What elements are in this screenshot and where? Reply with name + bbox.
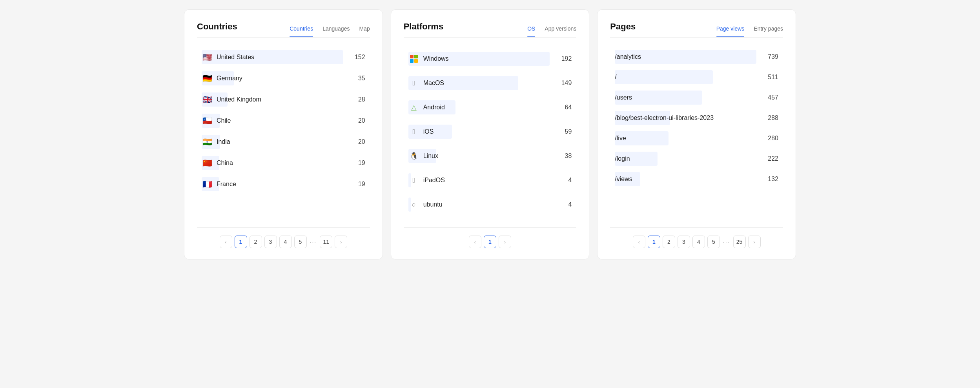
- page-value: 511: [763, 74, 778, 81]
- platforms-pagination: ‹ 1 ›: [404, 227, 577, 248]
- apple-icon: : [412, 128, 415, 136]
- next-page-button[interactable]: ›: [335, 236, 347, 248]
- platform-icon: : [408, 175, 419, 186]
- bar-container: 🇺🇸 United States: [202, 51, 343, 63]
- pages-next-page-button[interactable]: ›: [748, 236, 761, 248]
- country-value: 35: [350, 75, 365, 82]
- countries-tabs: Countries Languages Map: [290, 21, 370, 33]
- platform-name: Windows: [423, 55, 449, 62]
- tab-countries[interactable]: Countries: [290, 25, 313, 37]
- platforms-title: Platforms: [404, 22, 443, 32]
- page-2-button[interactable]: 2: [250, 236, 262, 248]
- platforms-prev-page-button[interactable]: ‹: [469, 236, 481, 248]
- apple-icon: : [412, 79, 415, 87]
- country-value: 19: [350, 160, 365, 167]
- row-label:  iPadOS: [408, 172, 445, 188]
- list-item: ○ ubuntu 4: [404, 193, 577, 216]
- country-value: 20: [350, 117, 365, 124]
- bar-container:  MacOS: [408, 75, 550, 91]
- list-item: 🇮🇳 India 20: [197, 132, 370, 152]
- bar-container: 🇨🇱 Chile: [202, 114, 343, 127]
- prev-page-button[interactable]: ‹: [220, 236, 232, 248]
- pages-page-4-button[interactable]: 4: [692, 236, 705, 248]
- list-item: /login 222: [610, 149, 783, 169]
- bar-container: /blog/best-electron-ui-libraries-2023: [615, 112, 756, 124]
- country-value: 28: [350, 96, 365, 103]
- country-name: United Kingdom: [217, 96, 261, 103]
- tab-languages[interactable]: Languages: [322, 25, 350, 37]
- country-flag: 🇺🇸: [202, 53, 213, 61]
- page-value: 288: [763, 114, 778, 121]
- list-item: 🐧 Linux 38: [404, 144, 577, 168]
- page-path: /views: [615, 176, 632, 183]
- tab-os[interactable]: OS: [527, 25, 535, 37]
- list-item:  MacOS 149: [404, 71, 577, 95]
- tab-map[interactable]: Map: [359, 25, 370, 37]
- bar-container: /live: [615, 132, 756, 144]
- platform-value: 4: [556, 177, 572, 184]
- tab-app-versions[interactable]: App versions: [545, 25, 576, 37]
- platform-value: 59: [556, 128, 572, 135]
- country-value: 20: [350, 138, 365, 145]
- row-label: 🇮🇳 India: [202, 136, 230, 148]
- page-value: 739: [763, 53, 778, 60]
- platform-icon: [408, 53, 419, 64]
- ubuntu-icon: ○: [412, 201, 416, 209]
- bar-container: /login: [615, 153, 756, 165]
- page-path: /blog/best-electron-ui-libraries-2023: [615, 114, 714, 121]
- main-panels: Countries Countries Languages Map 🇺🇸 Uni…: [184, 9, 796, 259]
- pages-page-3-button[interactable]: 3: [678, 236, 690, 248]
- row-label: /blog/best-electron-ui-libraries-2023: [615, 112, 714, 124]
- pages-tabs: Page views Entry pages: [716, 21, 783, 33]
- country-name: Chile: [217, 117, 231, 124]
- countries-header: Countries Countries Languages Map: [197, 21, 370, 38]
- platform-value: 149: [556, 80, 572, 87]
- pages-page-2-button[interactable]: 2: [663, 236, 675, 248]
- platform-icon: △: [408, 102, 419, 113]
- pages-rows: /analytics 739 / 511 /users 457 /blog/be…: [610, 47, 783, 216]
- pages-page-5-button[interactable]: 5: [707, 236, 720, 248]
- page-5-button[interactable]: 5: [294, 236, 307, 248]
- tab-page-views[interactable]: Page views: [716, 25, 745, 37]
- bar-container: △ Android: [408, 100, 550, 115]
- platform-value: 192: [556, 55, 572, 62]
- page-4-button[interactable]: 4: [279, 236, 292, 248]
- list-item: 🇩🇪 Germany 35: [197, 68, 370, 89]
- country-name: United States: [217, 54, 254, 61]
- row-label: /: [615, 71, 616, 83]
- list-item: / 511: [610, 67, 783, 87]
- country-name: Germany: [217, 75, 242, 82]
- platform-value: 4: [556, 201, 572, 208]
- countries-panel: Countries Countries Languages Map 🇺🇸 Uni…: [184, 9, 383, 259]
- list-item: 🇺🇸 United States 152: [197, 47, 370, 67]
- pages-header: Pages Page views Entry pages: [610, 21, 783, 38]
- list-item: /analytics 739: [610, 47, 783, 67]
- list-item: /users 457: [610, 88, 783, 107]
- country-name: China: [217, 160, 233, 167]
- platform-name: Linux: [423, 152, 438, 160]
- row-label: 🇨🇱 Chile: [202, 114, 231, 127]
- platform-name: iPadOS: [423, 177, 445, 184]
- row-label:  MacOS: [408, 75, 444, 91]
- platform-name: MacOS: [423, 80, 444, 87]
- page-1-button[interactable]: 1: [235, 236, 247, 248]
- row-label: /users: [615, 92, 632, 103]
- page-value: 457: [763, 94, 778, 101]
- page-path: /live: [615, 135, 626, 142]
- platforms-page-1-button[interactable]: 1: [484, 236, 496, 248]
- country-flag: 🇫🇷: [202, 180, 213, 188]
- pages-page-1-button[interactable]: 1: [648, 236, 660, 248]
- tab-entry-pages[interactable]: Entry pages: [754, 25, 783, 37]
- country-name: India: [217, 138, 230, 145]
- linux-icon: 🐧: [410, 152, 418, 160]
- platforms-next-page-button[interactable]: ›: [499, 236, 511, 248]
- list-item: Windows 192: [404, 47, 577, 71]
- page-11-button[interactable]: 11: [320, 236, 332, 248]
- pages-prev-page-button[interactable]: ‹: [633, 236, 645, 248]
- country-value: 152: [350, 54, 365, 61]
- platform-name: Android: [423, 104, 445, 111]
- pages-page-25-button[interactable]: 25: [733, 236, 746, 248]
- platform-icon: 🐧: [408, 150, 419, 161]
- page-3-button[interactable]: 3: [264, 236, 277, 248]
- page-path: /users: [615, 94, 632, 101]
